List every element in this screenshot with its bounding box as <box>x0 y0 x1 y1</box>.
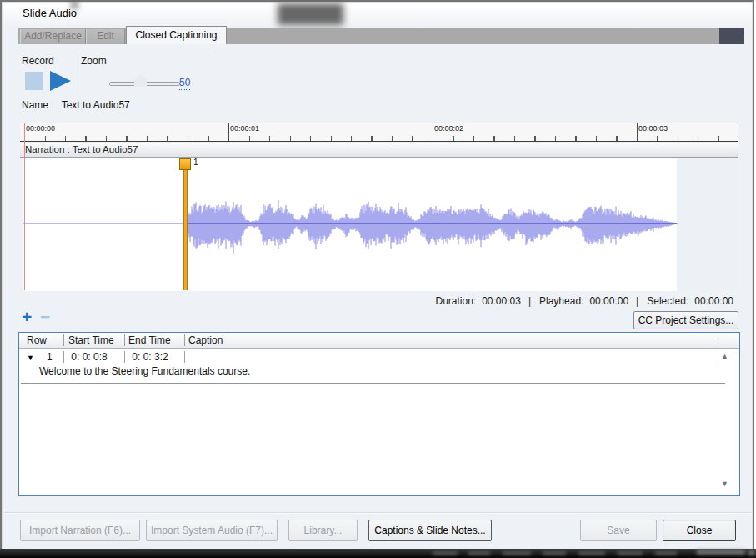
tab-strip: Add/Replace Edit Closed Captioning <box>18 28 721 44</box>
window-bottom-shadow <box>0 549 756 558</box>
column-divider <box>718 351 718 363</box>
caption-row[interactable]: ▼ 1 0: 0: 0:8 0: 0: 3:2 <box>19 349 739 365</box>
status-line: Duration:00:00:03|Playhead:00:00:00|Sele… <box>435 295 733 307</box>
column-divider <box>718 334 718 346</box>
caption-table: Row Start Time End Time Caption ▼ 1 0: 0… <box>18 332 740 496</box>
titlebar-smudge <box>71 0 78 9</box>
playhead-line[interactable] <box>24 123 25 290</box>
caption-text[interactable]: Welcome to the Steering Fundamentals cou… <box>39 365 250 377</box>
col-caption[interactable]: Caption <box>188 334 223 346</box>
pipe-separator: | <box>636 295 638 307</box>
redacted-tabstrip-block <box>719 28 744 44</box>
column-divider <box>184 334 185 346</box>
captions-slide-notes-button[interactable]: Captions & Slide Notes... <box>368 520 492 541</box>
pipe-separator: | <box>528 295 531 307</box>
timeline-ruler[interactable]: 00:00:0000:00:0100:00:0200:00:03 <box>20 123 738 142</box>
ruler-minor-ticks <box>24 136 738 141</box>
cc-project-settings-button[interactable]: CC Project Settings... <box>633 311 738 329</box>
ruler-major-tick <box>228 123 229 141</box>
tab-closed-captioning[interactable]: Closed Captioning <box>126 26 227 44</box>
caption-marker-line[interactable] <box>183 158 188 290</box>
waveform-area[interactable] <box>23 158 738 290</box>
caption-table-header: Row Start Time End Time Caption <box>19 333 739 349</box>
title-bar[interactable] <box>3 3 752 26</box>
dialog-title: Slide Audio <box>23 7 77 19</box>
ruler-tick-label: 00:00:03 <box>638 124 668 133</box>
redacted-titlebar-blob <box>278 3 343 25</box>
row-end-time: 0: 0: 3:2 <box>127 351 173 363</box>
row-start-time: 0: 0: 0:8 <box>66 351 113 363</box>
screenshot-root: Slide Audio Add/Replace Edit Closed Capt… <box>0 0 756 558</box>
save-button[interactable]: Save <box>580 520 657 541</box>
import-narration-button[interactable]: Import Narration (F6)... <box>20 520 140 541</box>
ruler-major-tick <box>637 123 638 141</box>
ruler-tick-label: 00:00:02 <box>434 124 463 133</box>
tab-add-replace[interactable]: Add/Replace <box>20 29 86 44</box>
playhead-label: Playhead: <box>539 295 583 307</box>
name-value: Text to Audio57 <box>62 99 130 111</box>
duration-value: 00:00:03 <box>482 295 521 307</box>
ruler-tick-label: 00:00:01 <box>230 124 259 133</box>
col-end-time[interactable]: End Time <box>128 334 171 346</box>
divider <box>78 52 78 97</box>
col-row[interactable]: Row <box>27 334 47 346</box>
tab-edit[interactable]: Edit <box>86 29 125 44</box>
column-divider <box>63 334 64 346</box>
name-label: Name : <box>22 99 54 111</box>
zoom-value[interactable]: 50 <box>179 77 190 90</box>
remove-caption-icon[interactable]: − <box>40 309 50 325</box>
col-start-time[interactable]: Start Time <box>68 334 114 346</box>
column-divider <box>124 351 125 363</box>
narration-bar: Narration : Text to Audio57 <box>20 143 738 158</box>
ruler-tick-label: 00:00:00 <box>26 124 55 133</box>
library-button[interactable]: Library... <box>288 520 358 541</box>
add-caption-icon[interactable]: + <box>22 309 32 325</box>
close-button[interactable]: Close <box>663 520 736 541</box>
caption-marker-handle[interactable] <box>179 158 191 170</box>
row-expand-icon[interactable]: ▼ <box>27 354 34 362</box>
caption-marker-number: 1 <box>193 158 198 167</box>
zoom-slider-thumb[interactable] <box>134 75 147 87</box>
audio-name-line: Name :Text to Audio57 <box>22 99 130 111</box>
column-divider <box>63 351 64 363</box>
slide-audio-dialog: Slide Audio Add/Replace Edit Closed Capt… <box>0 0 754 557</box>
duration-label: Duration: <box>435 295 476 307</box>
column-divider <box>184 351 185 363</box>
row-number: 1 <box>47 351 53 363</box>
stop-button[interactable] <box>25 72 43 90</box>
column-divider <box>124 334 125 346</box>
scroll-down-icon[interactable]: ▼ <box>721 480 728 488</box>
record-label: Record <box>22 55 54 67</box>
ruler-major-tick <box>433 123 433 141</box>
divider <box>208 52 208 97</box>
zoom-label: Zoom <box>81 55 107 67</box>
playhead-value: 00:00:00 <box>589 295 628 307</box>
waveform-graphic <box>23 158 738 291</box>
scroll-up-icon[interactable]: ▲ <box>721 352 728 360</box>
footer-divider <box>4 512 753 513</box>
import-system-audio-button[interactable]: Import System Audio (F7)... <box>146 520 278 541</box>
play-button[interactable] <box>50 71 71 91</box>
selected-label: Selected: <box>647 295 688 307</box>
selected-value: 00:00:00 <box>694 295 733 307</box>
row-separator <box>21 383 725 384</box>
